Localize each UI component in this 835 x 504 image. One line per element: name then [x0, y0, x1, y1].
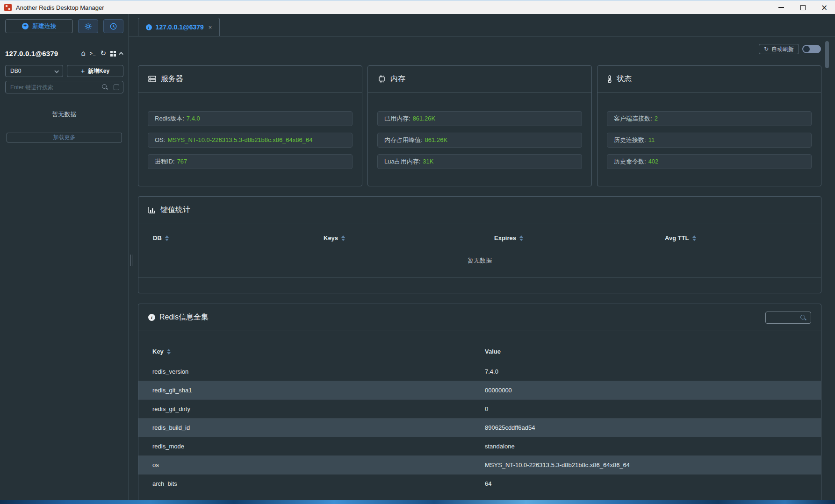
auto-refresh-toggle[interactable]	[802, 45, 821, 53]
status-card-body: 客户端连接数:2 历史连接数:11 历史命令数:402	[597, 92, 821, 178]
memory-icon	[378, 75, 386, 83]
tab-label: 127.0.0.1@6379	[156, 23, 204, 31]
connection-actions: ⌂ >_ ↻	[81, 50, 123, 57]
maximize-button[interactable]	[792, 1, 813, 14]
thermometer-icon	[607, 75, 612, 83]
tab-connection[interactable]: i 127.0.0.1@6379 ×	[138, 18, 220, 36]
search-icon[interactable]	[102, 84, 108, 91]
key-statistics-title: 键值统计	[160, 205, 190, 215]
table-row[interactable]: redis_mode standalone	[138, 437, 821, 456]
gear-icon	[85, 23, 92, 30]
status-card-header: 状态	[597, 66, 821, 92]
stat-label: 内存占用峰值:	[384, 136, 423, 143]
redis-info-header: i Redis信息全集	[138, 304, 821, 331]
minimize-button[interactable]	[770, 1, 792, 14]
add-key-button[interactable]: + 新增Key	[67, 65, 123, 77]
key-statistics-panel: 键值统计 DB Keys Expires	[138, 196, 821, 293]
redis-info-panel: i Redis信息全集 Key Value	[138, 304, 821, 504]
row-value: 0	[485, 400, 821, 418]
table-row[interactable]: redis_git_sha1 00000000	[138, 381, 821, 400]
stat-value: 7.4.0	[187, 115, 200, 122]
main-area: i 127.0.0.1@6379 × ↻ 自动刷新	[129, 14, 835, 504]
row-key: redis_version	[138, 362, 485, 381]
info-icon: i	[146, 24, 152, 30]
table-row[interactable]: redis_build_id 890625cddff6ad54	[138, 419, 821, 437]
stat-value: MSYS_NT-10.0-226313.5.3-d8b21b8c.x86_64x…	[167, 136, 312, 143]
server-icon	[148, 75, 156, 83]
row-value: 890625cddff6ad54	[485, 419, 821, 437]
table-row[interactable]: os MSYS_NT-10.0-226313.5.3-d8b21b8c.x86_…	[138, 456, 821, 475]
stat-lua-memory: Lua占用内存:31K	[377, 154, 582, 169]
column-key[interactable]: Key	[138, 348, 485, 355]
row-key: redis_git_sha1	[138, 381, 485, 399]
auto-refresh-button[interactable]: ↻ 自动刷新	[759, 44, 799, 54]
exact-search-checkbox[interactable]	[114, 85, 119, 90]
sort-carets-icon[interactable]	[165, 235, 169, 241]
chevron-down-icon	[54, 68, 59, 73]
stat-value: 31K	[423, 158, 433, 165]
scrollbar-thumb[interactable]	[825, 41, 829, 68]
info-icon: i	[148, 314, 155, 321]
grid-icon[interactable]	[110, 51, 116, 57]
column-db[interactable]: DB	[138, 234, 309, 241]
close-icon: ×	[821, 4, 828, 12]
home-icon[interactable]: ⌂	[81, 50, 86, 57]
row-value: standalone	[485, 437, 821, 455]
column-expires[interactable]: Expires	[480, 234, 650, 241]
row-value: MSYS_NT-10.0-226313.5.3-d8b21b8c.x86_64x…	[485, 456, 821, 474]
table-row[interactable]: arch_bits 64	[138, 475, 821, 493]
table-bottom-border	[138, 277, 821, 277]
server-card-header: 服务器	[138, 66, 362, 92]
add-key-label: 新增Key	[88, 67, 109, 75]
key-statistics-empty-text: 暂无数据	[138, 256, 821, 265]
title-bar: Another Redis Desktop Manager ×	[0, 0, 835, 14]
sort-carets-icon[interactable]	[341, 235, 345, 241]
server-card-body: Redis版本:7.4.0 OS:MSYS_NT-10.0-226313.5.3…	[138, 92, 362, 178]
stat-value: 402	[648, 158, 659, 165]
clock-icon	[110, 23, 117, 30]
stat-label: 已用内存:	[384, 115, 410, 122]
taskbar-edge	[0, 500, 835, 504]
load-more-button[interactable]: 加载更多	[7, 133, 122, 142]
terminal-icon[interactable]: >_	[90, 51, 96, 56]
tab-close-icon[interactable]: ×	[209, 24, 212, 30]
memory-card-title: 内存	[390, 74, 405, 84]
server-card-title: 服务器	[161, 74, 183, 84]
column-key-label: Key	[152, 348, 164, 355]
stat-connected-clients: 客户端连接数:2	[607, 111, 812, 126]
table-row[interactable]: redis_version 7.4.0	[138, 362, 821, 381]
column-avg-ttl-label: Avg TTL	[665, 234, 689, 241]
window-title: Another Redis Desktop Manager	[16, 4, 104, 11]
column-avg-ttl[interactable]: Avg TTL	[650, 234, 821, 241]
sidebar-resize-handle[interactable]	[130, 255, 132, 266]
status-card: 状态 客户端连接数:2 历史连接数:11 历史命令数:402	[597, 65, 821, 186]
settings-button[interactable]	[78, 19, 98, 33]
history-button[interactable]	[103, 19, 123, 33]
stat-value: 861.26K	[413, 115, 435, 122]
memory-card-body: 已用内存:861.26K 内存占用峰值:861.26K Lua占用内存:31K	[368, 92, 591, 178]
app-logo-icon	[4, 4, 12, 11]
redis-info-title: Redis信息全集	[159, 312, 209, 322]
connection-header[interactable]: 127.0.0.1@6379 ⌂ >_ ↻	[5, 50, 123, 57]
sidebar-empty-text: 暂无数据	[0, 110, 129, 119]
stat-label: OS:	[155, 136, 165, 143]
sort-carets-icon[interactable]	[167, 349, 171, 355]
db-select[interactable]: DB0	[5, 65, 63, 77]
table-row[interactable]: redis_git_dirty 0	[138, 400, 821, 419]
sort-carets-icon[interactable]	[519, 235, 523, 241]
column-keys-label: Keys	[324, 234, 338, 241]
stat-label: 客户端连接数:	[614, 115, 652, 122]
column-keys[interactable]: Keys	[309, 234, 480, 241]
info-filter-input[interactable]	[765, 312, 811, 324]
new-connection-button[interactable]: + 新建连接	[5, 19, 73, 33]
close-button[interactable]: ×	[813, 1, 835, 14]
sort-carets-icon[interactable]	[692, 235, 696, 241]
column-expires-label: Expires	[494, 234, 516, 241]
collapse-chevron-up-icon[interactable]	[119, 52, 123, 57]
row-value: 64	[485, 475, 821, 493]
search-icon	[800, 315, 807, 321]
connection-name: 127.0.0.1@6379	[5, 50, 58, 57]
stat-value: 861.26K	[425, 136, 447, 143]
refresh-icon[interactable]: ↻	[100, 50, 106, 57]
column-db-label: DB	[153, 234, 162, 241]
